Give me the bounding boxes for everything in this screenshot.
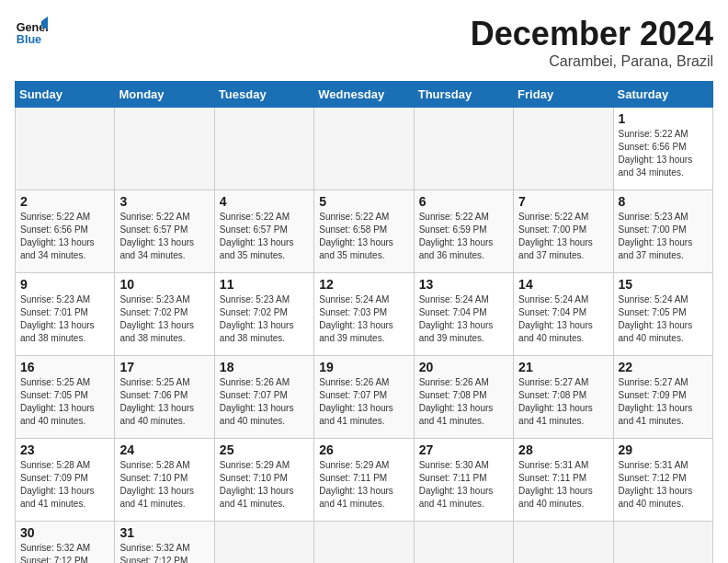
calendar-cell: 23 Sunrise: 5:28 AM Sunset: 7:09 PM Dayl… (16, 439, 115, 522)
day-info: Sunrise: 5:27 AM Sunset: 7:08 PM Dayligh… (518, 376, 608, 428)
day-info: Sunrise: 5:23 AM Sunset: 7:02 PM Dayligh… (119, 293, 209, 345)
day-info: Sunrise: 5:32 AM Sunset: 7:12 PM Dayligh… (20, 542, 109, 563)
day-number: 2 (20, 194, 109, 209)
calendar-cell (613, 522, 712, 564)
header-cell-tuesday: Tuesday (214, 82, 313, 108)
day-number: 1 (619, 111, 708, 126)
day-number: 25 (220, 442, 309, 457)
calendar-cell: 30 Sunrise: 5:32 AM Sunset: 7:12 PM Dayl… (16, 522, 115, 564)
day-number: 24 (119, 442, 209, 457)
header: General Blue December 2024 Carambei, Par… (15, 15, 713, 70)
day-number: 12 (319, 277, 408, 292)
day-info: Sunrise: 5:26 AM Sunset: 7:07 PM Dayligh… (220, 376, 309, 428)
day-number: 8 (619, 194, 708, 209)
day-info: Sunrise: 5:24 AM Sunset: 7:05 PM Dayligh… (619, 293, 708, 345)
calendar-cell: 15 Sunrise: 5:24 AM Sunset: 7:05 PM Dayl… (613, 273, 712, 356)
day-number: 14 (518, 277, 608, 292)
day-number: 4 (220, 194, 309, 209)
calendar-cell (414, 522, 513, 564)
day-number: 6 (419, 194, 508, 209)
calendar-cell: 20 Sunrise: 5:26 AM Sunset: 7:08 PM Dayl… (414, 356, 513, 439)
calendar-cell (414, 108, 513, 190)
calendar-cell: 22 Sunrise: 5:27 AM Sunset: 7:09 PM Dayl… (613, 356, 712, 439)
day-number: 27 (419, 442, 508, 457)
day-info: Sunrise: 5:22 AM Sunset: 6:56 PM Dayligh… (619, 128, 708, 179)
day-info: Sunrise: 5:23 AM Sunset: 7:01 PM Dayligh… (20, 293, 109, 345)
day-number: 28 (518, 442, 608, 457)
day-info: Sunrise: 5:22 AM Sunset: 7:00 PM Dayligh… (518, 211, 608, 262)
day-info: Sunrise: 5:28 AM Sunset: 7:09 PM Dayligh… (20, 459, 109, 511)
calendar-cell: 6 Sunrise: 5:22 AM Sunset: 6:59 PM Dayli… (414, 190, 513, 273)
svg-text:Blue: Blue (17, 33, 41, 46)
calendar-cell: 24 Sunrise: 5:28 AM Sunset: 7:10 PM Dayl… (115, 439, 214, 522)
calendar-cell: 11 Sunrise: 5:23 AM Sunset: 7:02 PM Dayl… (214, 273, 313, 356)
day-number: 13 (419, 277, 508, 292)
day-number: 22 (619, 360, 708, 374)
day-info: Sunrise: 5:23 AM Sunset: 7:02 PM Dayligh… (220, 293, 309, 345)
day-info: Sunrise: 5:27 AM Sunset: 7:09 PM Dayligh… (619, 376, 708, 428)
day-info: Sunrise: 5:22 AM Sunset: 6:57 PM Dayligh… (119, 211, 209, 262)
calendar-cell: 25 Sunrise: 5:29 AM Sunset: 7:10 PM Dayl… (214, 439, 313, 522)
header-cell-saturday: Saturday (613, 82, 712, 108)
calendar-cell (115, 108, 214, 190)
calendar-cell: 31 Sunrise: 5:32 AM Sunset: 7:12 PM Dayl… (115, 522, 214, 564)
calendar-cell: 7 Sunrise: 5:22 AM Sunset: 7:00 PM Dayli… (514, 190, 613, 273)
title-section: December 2024 Carambei, Parana, Brazil (471, 15, 713, 70)
week-row-5: 23 Sunrise: 5:28 AM Sunset: 7:09 PM Dayl… (16, 439, 713, 522)
calendar-cell (314, 108, 414, 190)
day-number: 17 (119, 360, 209, 374)
calendar-cell: 4 Sunrise: 5:22 AM Sunset: 6:57 PM Dayli… (214, 190, 313, 273)
day-info: Sunrise: 5:25 AM Sunset: 7:06 PM Dayligh… (119, 376, 209, 428)
day-info: Sunrise: 5:22 AM Sunset: 6:56 PM Dayligh… (20, 211, 109, 262)
calendar-cell: 10 Sunrise: 5:23 AM Sunset: 7:02 PM Dayl… (115, 273, 214, 356)
day-info: Sunrise: 5:24 AM Sunset: 7:03 PM Dayligh… (319, 293, 408, 345)
day-number: 23 (20, 442, 109, 457)
day-number: 3 (119, 194, 209, 209)
day-number: 20 (419, 360, 508, 374)
day-number: 26 (319, 442, 408, 457)
day-number: 21 (518, 360, 608, 374)
header-cell-friday: Friday (514, 82, 613, 108)
day-info: Sunrise: 5:22 AM Sunset: 6:58 PM Dayligh… (319, 211, 408, 262)
calendar-cell: 5 Sunrise: 5:22 AM Sunset: 6:58 PM Dayli… (314, 190, 414, 273)
calendar-cell: 19 Sunrise: 5:26 AM Sunset: 7:07 PM Dayl… (314, 356, 414, 439)
calendar-cell: 13 Sunrise: 5:24 AM Sunset: 7:04 PM Dayl… (414, 273, 513, 356)
day-number: 5 (319, 194, 408, 209)
calendar-cell: 29 Sunrise: 5:31 AM Sunset: 7:12 PM Dayl… (613, 439, 712, 522)
day-number: 15 (619, 277, 708, 292)
day-number: 11 (220, 277, 309, 292)
calendar-cell: 21 Sunrise: 5:27 AM Sunset: 7:08 PM Dayl… (514, 356, 613, 439)
week-row-1: 1 Sunrise: 5:22 AM Sunset: 6:56 PM Dayli… (16, 108, 713, 190)
week-row-4: 16 Sunrise: 5:25 AM Sunset: 7:05 PM Dayl… (16, 356, 713, 439)
day-info: Sunrise: 5:26 AM Sunset: 7:07 PM Dayligh… (319, 376, 408, 428)
day-number: 10 (119, 277, 209, 292)
calendar-cell (214, 522, 313, 564)
calendar-cell: 28 Sunrise: 5:31 AM Sunset: 7:11 PM Dayl… (514, 439, 613, 522)
day-info: Sunrise: 5:22 AM Sunset: 6:57 PM Dayligh… (220, 211, 309, 262)
day-info: Sunrise: 5:24 AM Sunset: 7:04 PM Dayligh… (518, 293, 608, 345)
day-number: 18 (220, 360, 309, 374)
day-info: Sunrise: 5:31 AM Sunset: 7:12 PM Dayligh… (619, 459, 708, 511)
day-info: Sunrise: 5:25 AM Sunset: 7:05 PM Dayligh… (20, 376, 109, 428)
calendar-body: 1 Sunrise: 5:22 AM Sunset: 6:56 PM Dayli… (16, 108, 713, 564)
day-info: Sunrise: 5:22 AM Sunset: 6:59 PM Dayligh… (419, 211, 508, 262)
week-row-2: 2 Sunrise: 5:22 AM Sunset: 6:56 PM Dayli… (16, 190, 713, 273)
day-info: Sunrise: 5:32 AM Sunset: 7:12 PM Dayligh… (119, 542, 209, 563)
day-number: 31 (119, 525, 209, 540)
calendar-cell: 17 Sunrise: 5:25 AM Sunset: 7:06 PM Dayl… (115, 356, 214, 439)
day-number: 7 (518, 194, 608, 209)
logo: General Blue (15, 15, 48, 48)
day-info: Sunrise: 5:26 AM Sunset: 7:08 PM Dayligh… (419, 376, 508, 428)
calendar-subtitle: Carambei, Parana, Brazil (471, 53, 713, 70)
calendar-cell: 27 Sunrise: 5:30 AM Sunset: 7:11 PM Dayl… (414, 439, 513, 522)
calendar-cell (514, 522, 613, 564)
day-number: 16 (20, 360, 109, 374)
calendar-cell: 18 Sunrise: 5:26 AM Sunset: 7:07 PM Dayl… (214, 356, 313, 439)
calendar-cell (214, 108, 313, 190)
day-info: Sunrise: 5:30 AM Sunset: 7:11 PM Dayligh… (419, 459, 508, 511)
calendar-cell: 8 Sunrise: 5:23 AM Sunset: 7:00 PM Dayli… (613, 190, 712, 273)
calendar-title: December 2024 (471, 15, 713, 53)
day-number: 30 (20, 525, 109, 540)
calendar-cell: 16 Sunrise: 5:25 AM Sunset: 7:05 PM Dayl… (16, 356, 115, 439)
day-info: Sunrise: 5:24 AM Sunset: 7:04 PM Dayligh… (419, 293, 508, 345)
